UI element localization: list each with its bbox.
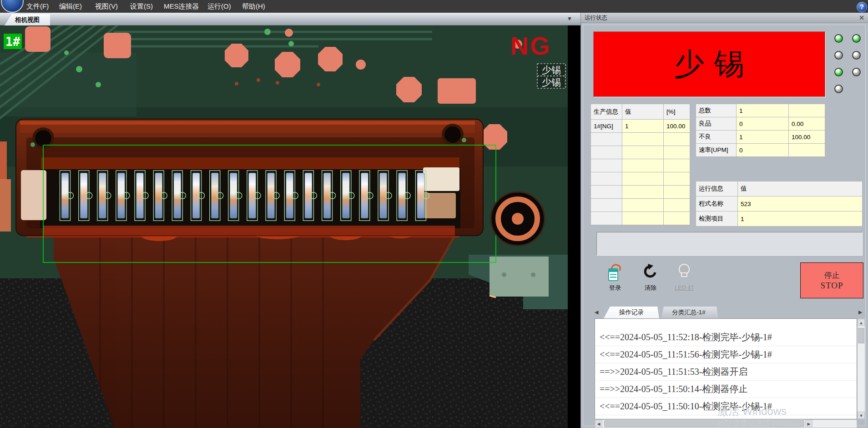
indicator-light-off xyxy=(852,68,861,76)
tab-operation-log[interactable]: 操作记录 xyxy=(604,307,659,318)
log-entry: <<==2024-05-05_11:51:56-检测完毕-少锡-1# xyxy=(595,346,857,363)
bulb-icon xyxy=(668,262,700,283)
close-icon[interactable]: ✕ xyxy=(858,14,866,22)
run-info-table: 运行信息 值 程式名称523 检测项目1 xyxy=(696,181,863,227)
login-label: 登录 xyxy=(609,284,621,291)
scroll-right-icon[interactable]: ▶ xyxy=(805,420,812,427)
connector-pin xyxy=(417,173,424,218)
ng-result-label: NG xyxy=(510,31,551,60)
statistics-table: 总数1 良品00.00 不良1100.00 速率[UPM]0 xyxy=(696,104,825,157)
col-header: 生产信息 xyxy=(591,104,622,120)
led-label: LED 灯 xyxy=(675,284,694,291)
clear-button[interactable]: 清除 xyxy=(635,262,666,297)
table-row: 速率[UPM]0 xyxy=(696,144,825,157)
connector-pin xyxy=(61,173,69,218)
connector-pin xyxy=(155,173,162,218)
menu-help[interactable]: 帮助(H) xyxy=(242,0,265,13)
camera-image: 1# NG 少锡 少锡 xyxy=(0,25,580,428)
production-info-table: 生产信息 值 [%] 1#[NG]1100.00 xyxy=(590,104,690,225)
table-row xyxy=(591,186,690,199)
connector-pin xyxy=(380,173,387,218)
table-row: 程式名称523 xyxy=(696,196,863,211)
circular-pad xyxy=(491,192,545,246)
status-banner-text: 少锡 xyxy=(674,44,754,85)
table-row: 良品00.00 xyxy=(696,117,825,131)
menu-run[interactable]: 运行(O) xyxy=(207,0,231,13)
indicator-light-on xyxy=(834,34,843,43)
scrollbar-thumb[interactable] xyxy=(604,420,804,427)
tab-camera-view[interactable]: 相机视图 xyxy=(5,14,50,25)
col-header: [%] xyxy=(664,104,690,120)
table-row xyxy=(591,212,690,225)
col-header: 值 xyxy=(738,181,863,196)
indicator-light-off xyxy=(834,51,843,60)
connector-pin xyxy=(286,173,293,218)
log-entry: ==>>2024-05-05_11:50:14-检测器停止 xyxy=(595,381,857,398)
indicator-light-off xyxy=(852,51,861,60)
menu-mes-connector[interactable]: MES连接器 xyxy=(164,0,199,13)
connector-pin xyxy=(267,173,275,218)
col-header: 运行信息 xyxy=(696,181,738,196)
screw-hole-right xyxy=(443,125,462,144)
app-logo-icon xyxy=(1,0,24,13)
panel-title-bar: 运行状态 ✕ xyxy=(581,13,868,23)
stop-label-en: STOP xyxy=(820,281,843,291)
menu-file[interactable]: 文件(F) xyxy=(26,0,49,13)
connector-pin xyxy=(342,173,349,218)
camera-tab-strip: 相机视图 ▼ xyxy=(0,13,580,25)
defect-tag-2: 少锡 xyxy=(542,77,561,88)
stop-label-cn: 停止 xyxy=(824,270,840,281)
menu-bar: 文件(F) 编辑(E) 视图(V) 设置(S) MES连接器 运行(O) 帮助(… xyxy=(0,0,868,13)
tab-scroll-left-icon[interactable]: ◀ xyxy=(595,309,598,315)
table-row xyxy=(591,133,690,146)
scroll-down-icon[interactable]: ▼ xyxy=(858,412,865,419)
led-light-button[interactable]: LED 灯 xyxy=(668,262,700,297)
camera-index-label: 1# xyxy=(5,35,20,49)
menu-edit[interactable]: 编辑(E) xyxy=(59,0,82,13)
panel-title: 运行状态 xyxy=(585,13,607,23)
table-row xyxy=(591,146,690,159)
table-row: 检测项目1 xyxy=(696,211,863,227)
log-entry: ==>>2024-05-05_11:51:53-检测器开启 xyxy=(595,363,857,381)
connector-pin xyxy=(249,173,256,218)
defect-tag-1: 少锡 xyxy=(542,65,561,76)
log-entry: <<==2024-05-05_11:52:18-检测完毕-少锡-1# xyxy=(595,329,857,346)
menu-settings[interactable]: 设置(S) xyxy=(130,0,153,13)
clear-label: 清除 xyxy=(645,284,656,291)
help-icon[interactable]: ? xyxy=(857,2,867,12)
log-entry: <<==2024-05-05_11:50:10-检测完毕-少锡-1# xyxy=(595,398,857,415)
log-vertical-scrollbar[interactable]: ▲ ▼ xyxy=(857,318,865,419)
table-row xyxy=(591,172,690,186)
login-button[interactable]: 登录 xyxy=(599,262,631,297)
connector-pin xyxy=(323,173,331,218)
scroll-left-icon[interactable]: ◀ xyxy=(595,420,602,427)
table-row xyxy=(591,159,690,172)
stop-button[interactable]: 停止 STOP xyxy=(800,262,863,298)
connector-pin xyxy=(174,173,181,218)
id-badge-icon xyxy=(599,262,631,283)
connector-pin xyxy=(80,173,87,218)
scrollbar-thumb[interactable] xyxy=(858,328,864,343)
status-banner: 少锡 xyxy=(593,31,825,97)
col-header: 值 xyxy=(622,104,664,120)
connector-pin xyxy=(305,173,312,218)
operation-log-list: <<==2024-05-05_11:52:18-检测完毕-少锡-1# <<==2… xyxy=(595,318,857,419)
connector-pin xyxy=(361,173,368,218)
connector-pin xyxy=(230,173,237,218)
connector-pin xyxy=(211,173,218,218)
table-row: 1#[NG]1100.00 xyxy=(591,120,690,133)
log-horizontal-scrollbar[interactable]: ◀ ▶ xyxy=(595,419,857,428)
connector-pin xyxy=(192,173,200,218)
connector-pin xyxy=(136,173,144,218)
table-row xyxy=(591,199,690,212)
tab-scroll-right-icon[interactable]: ▶ xyxy=(858,309,862,315)
refresh-icon xyxy=(635,262,666,283)
scroll-up-icon[interactable]: ▲ xyxy=(858,319,865,326)
menu-view[interactable]: 视图(V) xyxy=(95,0,118,13)
indicator-light-off xyxy=(834,85,843,93)
indicator-light-on xyxy=(852,34,861,43)
tab-class-summary[interactable]: 分类汇总-1# xyxy=(659,307,718,318)
connector-pin xyxy=(399,173,406,218)
indicator-light-on xyxy=(834,68,843,76)
chevron-down-icon[interactable]: ▼ xyxy=(567,15,572,22)
